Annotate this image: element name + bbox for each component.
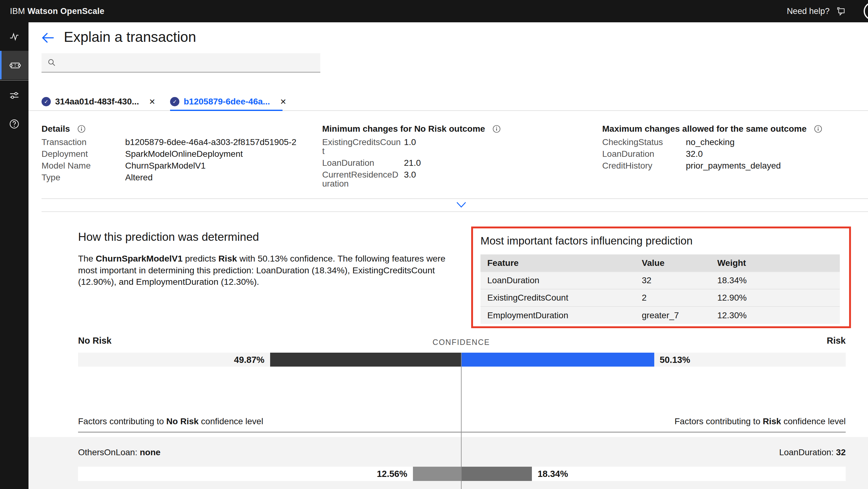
- left-factor-label: OthersOnLoan: none: [78, 448, 160, 457]
- risk-bold: Risk: [763, 417, 781, 426]
- detail-value: b1205879-6dee-46a4-a303-2f8157d51905-2: [125, 137, 297, 147]
- detail-label: Transaction: [41, 137, 125, 147]
- info-icon[interactable]: [77, 124, 86, 133]
- change-value: no_checking: [686, 137, 735, 147]
- max-changes-header: Maximum changes allowed for the same out…: [602, 124, 823, 134]
- cell-feature: LoanDuration: [480, 272, 635, 289]
- brand-name: Watson OpenScale: [28, 6, 104, 16]
- text-segment: The: [78, 253, 96, 264]
- detail-row: Model NameChurnSparkModelV1: [41, 161, 297, 170]
- detail-row: DeploymentSparkModelOnlineDeployment: [41, 149, 297, 158]
- left-factor-track: 12.56%: [78, 467, 461, 481]
- change-row: CreditHistoryprior_payments_delayed: [602, 161, 781, 170]
- search-input[interactable]: [60, 58, 320, 67]
- change-row: CheckingStatusno_checking: [602, 137, 781, 147]
- avatar[interactable]: [864, 2, 868, 20]
- sidebar-item-explain-transaction[interactable]: [0, 51, 29, 79]
- cell-value: greater_7: [635, 306, 711, 324]
- right-factor-label: LoanDuration: 32: [462, 448, 846, 457]
- tabbar-baseline: [29, 110, 868, 111]
- details-title: Details: [41, 124, 70, 134]
- ticket-icon: [9, 60, 21, 71]
- back-arrow-icon[interactable]: [41, 32, 55, 44]
- close-icon[interactable]: ✕: [280, 97, 286, 106]
- no-risk-confidence-fill: [270, 353, 461, 367]
- chat-icon[interactable]: [835, 6, 846, 17]
- detail-label: Deployment: [41, 149, 125, 158]
- left-factor-fill: [413, 467, 461, 481]
- prediction-section-title: How this prediction was determined: [78, 231, 259, 244]
- change-label: CurrentResidenceDuration: [322, 170, 404, 188]
- sidebar-nav: [0, 22, 29, 489]
- change-value: prior_payments_delayed: [686, 161, 781, 170]
- brand[interactable]: IBM Watson OpenScale: [10, 6, 104, 16]
- risk-confidence-track: 50.13%: [462, 353, 846, 367]
- right-factor-value: 18.34%: [537, 469, 568, 479]
- page-title: Explain a transaction: [64, 29, 196, 45]
- details-rows: Transactionb1205879-6dee-46a4-a303-2f815…: [41, 137, 297, 182]
- sidebar-divider: [0, 80, 29, 81]
- check-glyph: ✓: [173, 98, 177, 105]
- tab-transaction-2-active[interactable]: ✓ b1205879-6dee-46a... ✕: [170, 94, 286, 110]
- text-segment: Factors contributing to: [674, 417, 763, 426]
- sidebar-item-configure[interactable]: [0, 81, 29, 110]
- no-risk-label: No Risk: [78, 336, 112, 346]
- change-label: ExistingCreditsCount: [322, 137, 404, 156]
- text-segment: Factors contributing to: [78, 417, 166, 426]
- chevron-down-icon[interactable]: [456, 202, 467, 208]
- col-value: Value: [635, 254, 711, 272]
- risk-label: Risk: [753, 336, 846, 346]
- sidebar-item-insights[interactable]: [0, 22, 29, 51]
- tab-transaction-1[interactable]: ✓ 314aa01d-483f-430... ✕: [41, 94, 156, 110]
- cell-feature: EmploymentDuration: [480, 306, 635, 324]
- change-label: LoanDuration: [322, 158, 404, 167]
- help-icon: [9, 118, 20, 129]
- text-segment: confidence level: [781, 417, 846, 426]
- divider: [41, 211, 868, 212]
- tab-label: b1205879-6dee-46a...: [184, 97, 270, 106]
- factors-table: Feature Value Weight LoanDuration 32 18.…: [480, 254, 840, 324]
- sidebar-item-help[interactable]: [0, 110, 29, 138]
- factor-row-band: [29, 437, 868, 489]
- risk-bold: Risk: [218, 253, 237, 264]
- feature-name: OthersOnLoan:: [78, 448, 140, 457]
- text-segment: predicts: [182, 253, 218, 264]
- risk-confidence-fill: [462, 353, 654, 367]
- change-row: ExistingCreditsCount1.0: [322, 137, 421, 156]
- change-value: 1.0: [404, 137, 416, 156]
- detail-label: Type: [41, 173, 125, 182]
- detail-value: Altered: [125, 173, 153, 182]
- cell-value: 2: [635, 289, 711, 306]
- right-factor-fill: [462, 467, 532, 481]
- change-row: CurrentResidenceDuration3.0: [322, 170, 421, 188]
- info-icon[interactable]: [492, 124, 501, 133]
- min-changes-rows: ExistingCreditsCount1.0 LoanDuration21.0…: [322, 137, 421, 188]
- cell-weight: 12.90%: [710, 289, 840, 306]
- change-row: LoanDuration21.0: [322, 158, 421, 167]
- change-value: 32.0: [686, 149, 703, 158]
- no-risk-bold: No Risk: [166, 417, 198, 426]
- info-icon[interactable]: [813, 124, 823, 133]
- change-value: 21.0: [404, 158, 421, 167]
- col-weight: Weight: [710, 254, 840, 272]
- search-box[interactable]: [41, 53, 320, 72]
- search-icon: [48, 59, 56, 67]
- important-factors-title: Most important factors influencing predi…: [480, 235, 840, 247]
- check-glyph: ✓: [44, 98, 48, 105]
- contrib-divider: [78, 432, 846, 433]
- table-row: EmploymentDuration greater_7 12.30%: [480, 306, 840, 324]
- risk-confidence-value: 50.13%: [660, 355, 690, 365]
- activity-icon: [9, 31, 20, 42]
- detail-label: Model Name: [41, 161, 125, 170]
- cell-feature: ExistingCreditsCount: [480, 289, 635, 306]
- brand-prefix: IBM: [10, 6, 25, 16]
- close-icon[interactable]: ✕: [149, 97, 156, 106]
- change-value: 3.0: [404, 170, 416, 188]
- settings-adjust-icon: [9, 90, 20, 101]
- table-header-row: Feature Value Weight: [480, 254, 840, 272]
- no-risk-contrib-caption: Factors contributing to No Risk confiden…: [78, 417, 263, 426]
- checked-circle-icon: ✓: [41, 97, 51, 106]
- no-risk-confidence-value: 49.87%: [234, 355, 264, 365]
- feature-name: LoanDuration:: [779, 448, 836, 457]
- need-help-link[interactable]: Need help?: [787, 6, 830, 16]
